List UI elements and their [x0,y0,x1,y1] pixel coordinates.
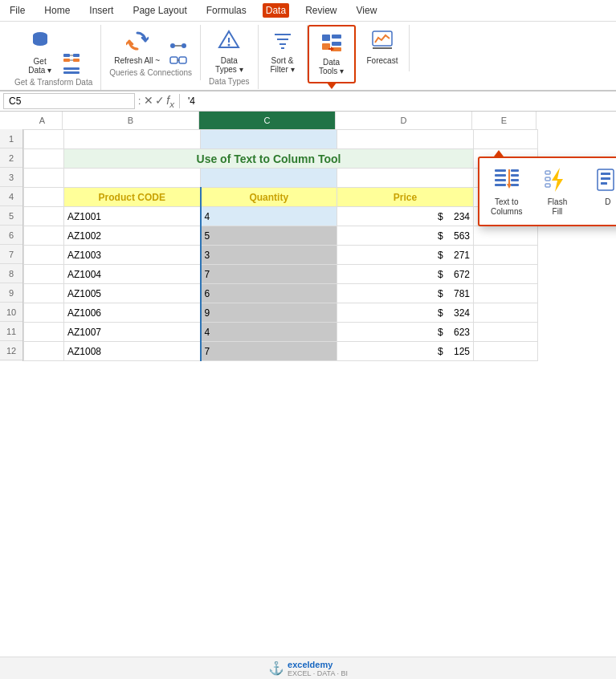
col-header-a[interactable]: A [22,112,63,129]
cell-b7[interactable]: AZ1003 [64,246,201,265]
cell-b3[interactable] [64,169,201,188]
cell-c5[interactable]: 4 [201,207,337,226]
cell-a9[interactable] [24,284,64,303]
cell-e1[interactable] [474,130,538,149]
menu-view[interactable]: View [353,3,381,18]
cell-b11[interactable]: AZ1007 [64,323,201,342]
row-header-11[interactable]: 11 [0,322,22,341]
cell-a7[interactable] [24,246,64,265]
cell-b8[interactable]: AZ1004 [64,265,201,284]
row-header-4[interactable]: 4 [0,187,22,206]
connections-btn[interactable] [166,39,190,52]
cell-e7[interactable] [474,246,538,265]
flash-fill-button[interactable]: FlashFill [535,163,579,220]
menu-formulas[interactable]: Formulas [203,3,250,18]
cell-b1[interactable] [64,130,201,149]
formula-input[interactable] [185,94,613,108]
row-header-6[interactable]: 6 [0,226,22,245]
menu-insert[interactable]: Insert [86,3,116,18]
col-header-d[interactable]: D [336,112,472,129]
svg-rect-27 [332,35,341,39]
menu-file[interactable]: File [6,3,28,18]
cell-d3[interactable] [337,169,474,188]
cell-b9[interactable]: AZ1005 [64,284,201,303]
row-header-3[interactable]: 3 [0,168,22,187]
cell-e6[interactable] [474,226,538,246]
cell-d1[interactable] [337,130,474,149]
row-header-12[interactable]: 12 [0,341,22,360]
text-to-columns-button[interactable]: Text toColumns [484,163,528,220]
cell-c1[interactable] [201,130,337,149]
cell-d9[interactable]: $ 781 [337,284,474,303]
get-data-button[interactable]: GetData ▾ [24,28,56,76]
cell-a11[interactable] [24,323,64,342]
data-tools-button[interactable]: DataTools ▾ [316,30,348,77]
row-header-1[interactable]: 1 [0,129,22,148]
cell-a10[interactable] [24,303,64,323]
cell-e8[interactable] [474,265,538,284]
menu-page-layout[interactable]: Page Layout [129,3,190,18]
cell-b5[interactable]: AZ1001 [64,207,201,226]
row-header-8[interactable]: 8 [0,264,22,283]
cell-b6[interactable]: AZ1002 [64,226,201,246]
cell-c6[interactable]: 5 [201,226,337,246]
cell-c11[interactable]: 4 [201,323,337,342]
row-header-7[interactable]: 7 [0,245,22,264]
cancel-icon[interactable]: ✕ [144,94,153,109]
forecast-label: Forecast [367,56,398,65]
col-header-e[interactable]: E [472,112,536,129]
row-header-5[interactable]: 5 [0,206,22,226]
cell-e12[interactable] [474,342,538,361]
cell-a5[interactable] [24,207,64,226]
row-header-9[interactable]: 9 [0,283,22,303]
cell-c3[interactable] [201,169,337,188]
cell-c9[interactable]: 6 [201,284,337,303]
cell-c8[interactable]: 7 [201,265,337,284]
cell-a2[interactable] [24,149,64,169]
cell-a6[interactable] [24,226,64,246]
sort-filter-button[interactable]: Sort &Filter ▾ [267,28,299,75]
cell-a4[interactable] [24,188,64,207]
cell-d11[interactable]: $ 623 [337,323,474,342]
cell-c10[interactable]: 9 [201,303,337,323]
cell-d5[interactable]: $ 234 [337,207,474,226]
menu-data[interactable]: Data [263,3,289,18]
menu-home[interactable]: Home [41,3,73,18]
confirm-icon[interactable]: ✓ [155,94,165,109]
edit-links-btn[interactable] [166,54,190,67]
cell-a12[interactable] [24,342,64,361]
svg-rect-26 [322,35,330,41]
cell-c12[interactable]: 7 [201,342,337,361]
cell-d12[interactable]: $ 125 [337,342,474,361]
refresh-all-button[interactable]: Refresh All ~ [111,28,163,67]
cell-reference-input[interactable] [3,93,135,109]
forecast-button[interactable]: Forecast [364,28,402,67]
connections-small-btn[interactable] [59,52,84,63]
cell-e9[interactable] [474,284,538,303]
cell-d6[interactable]: $ 563 [337,226,474,246]
col-header-c[interactable]: C [199,112,336,129]
fx-icon[interactable]: fx [166,94,174,109]
cell-d8[interactable]: $ 672 [337,265,474,284]
cell-e11[interactable] [474,323,538,342]
cell-b10[interactable]: AZ1006 [64,303,201,323]
properties-small-btn[interactable] [59,65,84,76]
row-headers: 1 2 3 4 5 6 7 8 9 10 11 12 [0,129,23,361]
menu-review[interactable]: Review [302,3,340,18]
formula-bar: : ✕ ✓ fx [0,91,616,112]
cell-a3[interactable] [24,169,64,188]
row-header-2[interactable]: 2 [0,148,22,168]
cell-c7[interactable]: 3 [201,246,337,265]
cell-d10[interactable]: $ 324 [337,303,474,323]
d-button[interactable]: D [585,163,616,220]
ribbon-group-forecast: Forecast [356,25,410,71]
col-header-b[interactable]: B [63,112,199,129]
cell-d7[interactable]: $ 271 [337,246,474,265]
cell-e10[interactable] [474,303,538,323]
cell-b12[interactable]: AZ1008 [64,342,201,361]
cell-a1[interactable] [24,130,64,149]
cell-a8[interactable] [24,265,64,284]
sort-filter-label: Sort &Filter ▾ [271,56,295,74]
data-types-button[interactable]: DataTypes ▾ [212,28,246,75]
row-header-10[interactable]: 10 [0,303,22,322]
